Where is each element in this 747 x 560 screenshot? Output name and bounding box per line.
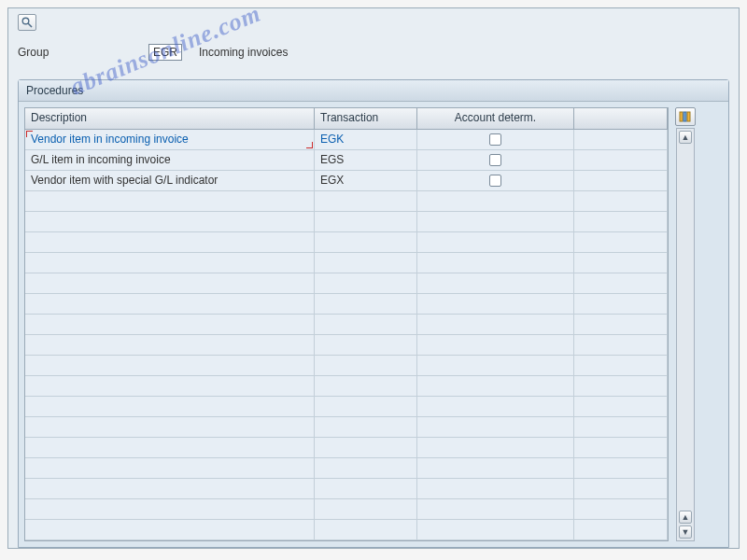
table-row-empty[interactable]	[25, 520, 668, 540]
cell-empty	[25, 438, 315, 457]
checkbox[interactable]	[489, 154, 501, 166]
cell-empty	[315, 397, 417, 416]
cell-empty	[315, 232, 417, 252]
table-row-empty[interactable]	[25, 212, 668, 232]
table-row-empty[interactable]	[25, 191, 668, 212]
find-icon[interactable]	[18, 14, 36, 31]
col-header-transaction[interactable]: Transaction	[315, 108, 417, 129]
table-row-empty[interactable]	[25, 479, 668, 499]
table-row-empty[interactable]	[25, 438, 668, 458]
cell-description[interactable]: Vendor item in incoming invoice	[25, 130, 315, 149]
cell-empty	[315, 479, 417, 498]
group-label: Group	[18, 46, 148, 59]
cell-transaction[interactable]: EGS	[315, 150, 417, 170]
grid-header: Description Transaction Account determ.	[25, 108, 668, 130]
cell-empty	[315, 212, 417, 231]
col-header-account-determ[interactable]: Account determ.	[417, 108, 574, 129]
table-row[interactable]: G/L item in incoming invoiceEGS	[25, 150, 668, 171]
grid-side-tools: ▲ ▲ ▼	[672, 107, 698, 541]
cell-account-determ[interactable]	[417, 171, 574, 190]
cell-empty	[315, 417, 417, 437]
cell-empty	[417, 458, 574, 478]
cell-empty	[25, 499, 315, 519]
col-header-description[interactable]: Description	[25, 108, 315, 129]
svg-line-1	[28, 23, 32, 27]
cell-empty	[417, 417, 574, 437]
cell-empty	[417, 335, 574, 355]
cell-empty	[574, 335, 668, 355]
main-panel: Group EGR Incoming invoices Procedures D…	[7, 7, 740, 549]
toolbar	[8, 8, 739, 44]
cell-empty	[25, 273, 315, 293]
cell-blank	[574, 130, 668, 149]
cell-empty	[574, 315, 668, 334]
table-row-empty[interactable]	[25, 232, 668, 253]
cell-empty	[417, 273, 574, 293]
table-row-empty[interactable]	[25, 376, 668, 397]
scroll-down-stepup-icon[interactable]: ▲	[679, 511, 692, 524]
cell-empty	[417, 191, 574, 211]
table-row-empty[interactable]	[25, 458, 668, 479]
cell-transaction[interactable]: EGK	[315, 130, 417, 149]
cell-empty	[315, 458, 417, 478]
cell-empty	[315, 499, 417, 519]
table-row-empty[interactable]	[25, 315, 668, 335]
table-row-empty[interactable]	[25, 294, 668, 315]
cell-empty	[25, 376, 315, 396]
grid-body: Vendor item in incoming invoiceEGKG/L it…	[25, 130, 668, 540]
cell-description[interactable]: G/L item in incoming invoice	[25, 150, 315, 170]
table-row-empty[interactable]	[25, 356, 668, 376]
group-row: Group EGR Incoming invoices	[8, 44, 739, 79]
table-row-empty[interactable]	[25, 397, 668, 417]
cell-empty	[25, 315, 315, 334]
cell-empty	[315, 356, 417, 375]
procedures-panel: Procedures Description Transaction Accou…	[18, 79, 729, 548]
cell-empty	[417, 520, 574, 539]
svg-rect-3	[684, 112, 686, 121]
checkbox[interactable]	[489, 175, 501, 187]
cell-empty	[25, 253, 315, 273]
vertical-scrollbar[interactable]: ▲ ▲ ▼	[676, 128, 695, 541]
table-row-empty[interactable]	[25, 417, 668, 438]
cell-empty	[417, 499, 574, 519]
scroll-up-icon[interactable]: ▲	[679, 131, 692, 144]
cell-empty	[25, 191, 315, 211]
checkbox[interactable]	[489, 133, 501, 146]
cell-empty	[574, 397, 668, 416]
procedures-title: Procedures	[19, 80, 728, 102]
table-row[interactable]: Vendor item with special G/L indicatorEG…	[25, 171, 668, 191]
svg-point-0	[22, 18, 29, 24]
cell-empty	[417, 253, 574, 273]
table-row-empty[interactable]	[25, 253, 668, 273]
cell-empty	[574, 294, 668, 314]
table-row-empty[interactable]	[25, 499, 668, 520]
cell-account-determ[interactable]	[417, 150, 574, 170]
cell-empty	[574, 356, 668, 375]
cell-empty	[574, 438, 668, 457]
table-row-empty[interactable]	[25, 335, 668, 356]
group-value-field[interactable]: EGR	[148, 44, 182, 61]
scroll-down-icon[interactable]: ▼	[679, 525, 692, 539]
cell-blank	[574, 171, 668, 190]
cell-empty	[417, 479, 574, 498]
cell-empty	[574, 479, 668, 498]
cell-transaction[interactable]: EGX	[315, 171, 417, 190]
table-row-empty[interactable]	[25, 273, 668, 294]
procedures-grid: Description Transaction Account determ. …	[24, 107, 669, 541]
cell-empty	[574, 232, 668, 252]
cell-empty	[315, 438, 417, 457]
cell-empty	[574, 273, 668, 293]
cell-description[interactable]: Vendor item with special G/L indicator	[25, 171, 315, 190]
cell-empty	[25, 417, 315, 437]
cell-empty	[25, 232, 315, 252]
cell-empty	[25, 356, 315, 375]
configure-columns-button[interactable]	[675, 107, 696, 126]
cell-empty	[574, 376, 668, 396]
cell-empty	[25, 335, 315, 355]
cell-empty	[417, 438, 574, 457]
cell-empty	[25, 294, 315, 314]
cell-empty	[417, 315, 574, 334]
cell-empty	[315, 520, 417, 539]
cell-account-determ[interactable]	[417, 130, 574, 149]
table-row[interactable]: Vendor item in incoming invoiceEGK	[25, 130, 668, 150]
